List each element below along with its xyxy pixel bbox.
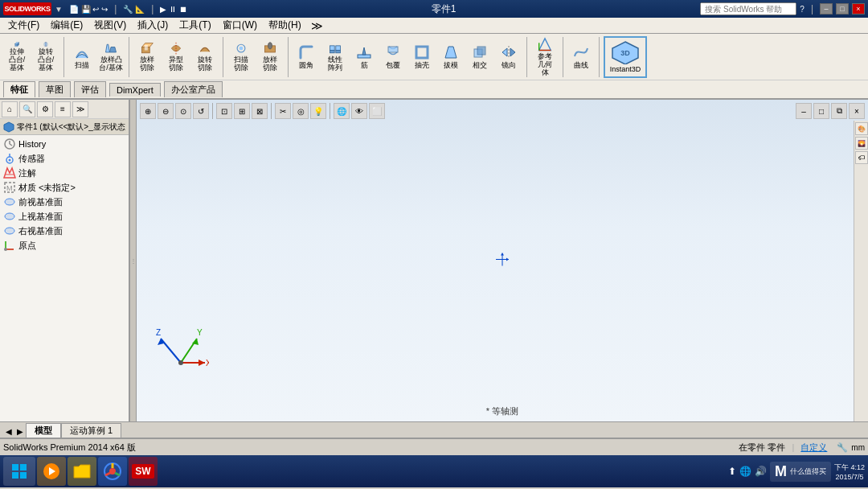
display-style-button[interactable]: ⊞ [234,103,250,119]
decal-button[interactable]: 🏷 [855,151,868,164]
front-plane-icon [3,195,16,208]
apply-scene-button[interactable]: 🌐 [334,103,350,119]
revolve-boss-button[interactable]: 旋转凸台/基体 [32,41,59,73]
sep1 [63,37,64,77]
appearance-button[interactable]: 🎨 [855,122,868,135]
extrude-boss-button[interactable]: 拉伸凸台/基体 [3,41,31,73]
wrap-button[interactable]: 包覆 [379,41,407,73]
tree-item-front-plane[interactable]: 前视基准面 [0,195,129,209]
svg-rect-67 [12,472,18,479]
search-input[interactable] [700,2,796,15]
loft-icon [103,42,119,55]
intersect-button[interactable]: 相交 [466,41,493,73]
tree-item-right-plane[interactable]: 右视基准面 [0,224,129,238]
svg-marker-29 [539,38,551,50]
chamfer-button[interactable]: 线性阵列 [321,41,349,73]
tree-item-history[interactable]: History [0,137,129,151]
tab-sketch[interactable]: 草图 [39,81,71,97]
extrude-icon [9,42,25,47]
panel-more-button[interactable]: ≫ [72,101,88,117]
scan-cut-icon [197,42,213,55]
scan-cut-button[interactable]: 旋转切除 [191,41,219,73]
tree-item-sensor[interactable]: 传感器 [0,151,129,166]
extrude-cut-button[interactable]: 放样切除 [133,41,161,73]
svg-rect-0 [15,43,18,46]
shell-button[interactable]: 抽壳 [408,41,436,73]
tree-item-annotation[interactable]: 注解 [0,166,129,180]
revolve-cut-button[interactable]: 异型切除 [162,41,190,73]
tree-item-material[interactable]: M 材质 <未指定> [0,180,129,195]
vp-restore-button[interactable]: ⧉ [831,103,847,119]
menu-tools[interactable]: 工具(T) [174,17,215,34]
front-plane-label: 前视基准面 [18,196,63,208]
light-button[interactable]: 💡 [310,103,326,119]
mirror-icon [501,44,517,60]
maximize-button[interactable]: □ [836,3,849,14]
taskbar-file-explorer[interactable] [68,457,96,486]
close-button[interactable]: × [852,3,865,14]
sep2 [129,37,129,77]
tab-evaluate[interactable]: 评估 [74,81,106,97]
taskbar-solidworks[interactable]: SW [129,457,158,486]
realview-button[interactable]: 👁 [351,103,367,119]
tab-office[interactable]: 办公室产品 [164,81,223,97]
menu-view[interactable]: 视图(V) [89,17,131,34]
draft-button[interactable]: 拔模 [437,41,465,73]
fillet-button[interactable]: 圆角 [293,41,320,73]
start-button[interactable] [3,457,35,486]
menu-insert[interactable]: 插入(J) [133,17,173,34]
zoom-in-button[interactable]: ⊖ [158,103,174,119]
curves-button[interactable]: 曲线 [567,36,595,78]
tab-dimxpert[interactable]: DimXpert [109,83,161,97]
vp-minimize-button[interactable]: – [796,103,812,119]
menu-window[interactable]: 窗口(W) [218,17,262,34]
panel-prop-button[interactable]: ≡ [55,101,71,117]
rotate-button[interactable]: ↺ [193,103,209,119]
view-focus-button[interactable]: ◎ [293,103,309,119]
tab-scroll-right[interactable]: ▶ [14,425,26,438]
scan-cut2-button[interactable]: 扫描切除 [227,41,255,73]
3d-viewport[interactable]: ⊕ ⊖ ⊙ ↺ ⊡ ⊞ ⊠ ✂ ◎ 💡 🌐 👁 ⬜ – □ ⧉ [137,100,868,421]
menu-help[interactable]: 帮助(H) [264,17,306,34]
mirror-button[interactable]: 镜向 [495,41,522,73]
menu-edit[interactable]: 编辑(E) [46,17,88,34]
tree-item-top-plane[interactable]: 上视基准面 [0,209,129,224]
tab-model[interactable]: 模型 [26,423,61,438]
taskbar-chrome[interactable] [98,457,127,486]
solidworks-taskbar-label: SW [132,464,154,479]
hide-show-button[interactable]: ⊠ [252,103,268,119]
customize-button[interactable]: 自定义 [800,442,827,454]
minimize-button[interactable]: – [820,3,833,14]
menu-more[interactable]: ≫ [311,19,323,32]
tab-features[interactable]: 特征 [3,81,35,97]
section-view-button[interactable]: ✂ [275,103,291,119]
放样凸台-button[interactable]: 放样凸台/基体 [97,41,125,73]
scan-button[interactable]: 扫描 [68,41,96,73]
zoom-box-button[interactable]: ⊙ [175,103,191,119]
tab-scroll-left[interactable]: ◀ [3,425,14,438]
panel-home-button[interactable]: ⌂ [2,101,18,117]
zoom-to-fit-button[interactable]: ⊕ [140,103,156,119]
hole-cut-button[interactable]: 放样切除 [256,41,284,73]
view-orient-button[interactable]: ⊡ [216,103,232,119]
system-clock: 下午 4:12 2015/7/5 [834,462,865,481]
vp-close-button[interactable]: × [849,103,865,119]
rib-button[interactable]: 筋 [350,41,378,73]
panel-search-button[interactable]: 🔍 [19,101,35,117]
top-plane-label: 上视基准面 [18,211,63,223]
menu-file[interactable]: 文件(F) [3,17,44,34]
material-label: 材质 <未指定> [18,182,76,194]
tab-motion[interactable]: 运动算例 1 [61,423,121,438]
history-icon [3,138,16,150]
tree-item-origin[interactable]: 原点 [0,238,129,253]
scene-button[interactable]: 🌄 [855,137,868,150]
ref-geom-button[interactable]: 参考几何体 [531,36,559,78]
svg-marker-54 [506,258,509,261]
panel-resize-handle[interactable]: ⋮ [130,100,137,421]
instant3d-button[interactable]: 3D Instant3D [604,36,647,78]
panel-config-button[interactable]: ⚙ [37,101,53,117]
vp-maximize-button[interactable]: □ [813,103,829,119]
viewport-tools-right: – □ ⧉ × [796,103,865,119]
shadow-button[interactable]: ⬜ [369,103,385,119]
taskbar-media-player[interactable] [37,457,66,486]
